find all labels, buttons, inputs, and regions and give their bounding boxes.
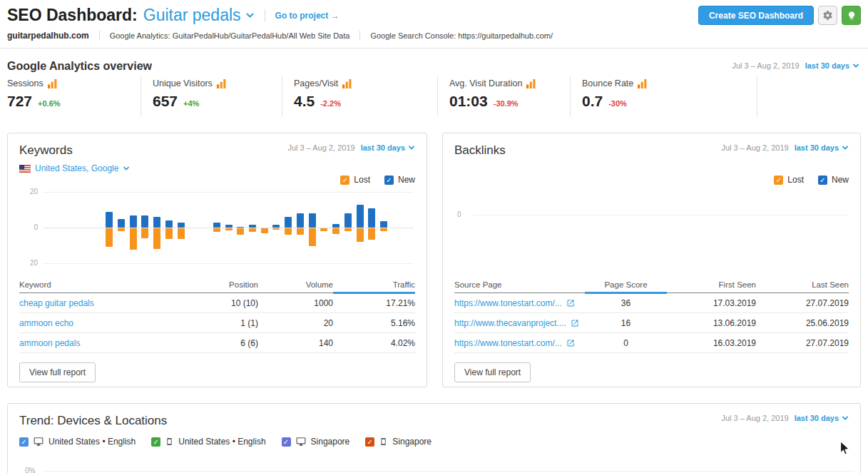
project-name: Guitar pedals <box>143 6 241 25</box>
period-dropdown[interactable]: last 30 days <box>795 143 849 152</box>
period-dropdown[interactable]: last 30 days <box>361 143 415 152</box>
backlink-row: https://www.tonestart.com/... 36 17.03.2… <box>454 293 849 313</box>
y-axis-tick: 20 <box>19 259 38 267</box>
keyword-link[interactable]: ammoon pedals <box>19 338 180 348</box>
page-score-cell: 36 <box>585 298 667 308</box>
metric-label: Bounce Rate <box>582 78 633 88</box>
y-axis-tick: 0% <box>25 467 35 473</box>
metric-value: 727 <box>7 93 32 110</box>
chart-bar-lost <box>380 228 387 231</box>
ga-metrics-row: Sessions 727 +0.6% Unique Visitors 657 +… <box>7 76 861 117</box>
chart-bar-lost <box>249 228 256 232</box>
metric-unique-visitors: Unique Visitors 657 +4% <box>141 76 282 117</box>
backlink-row: http://www.thecavanproject.... 16 13.06.… <box>454 313 849 333</box>
column-header-source-page[interactable]: Source Page <box>454 280 585 289</box>
chart-bar-lost <box>130 228 137 250</box>
keywords-view-full-report-button[interactable]: View full report <box>19 362 96 382</box>
date-range-label: Jul 3 – Aug 2, 2019 <box>721 143 788 152</box>
source-page-link[interactable]: https://www.tonestart.com/... <box>454 338 562 348</box>
chart-bar-lost <box>118 228 125 231</box>
chart-bar-new <box>106 212 113 228</box>
backlinks-table: Source Page Page Score First Seen Last S… <box>454 276 849 353</box>
metric-avg-visit-duration: Avg. Visit Duration 01:03 -30.9% <box>438 76 571 117</box>
external-link-icon[interactable] <box>571 319 579 327</box>
toggle-singapore-mobile[interactable]: ✓ Singapore <box>365 437 432 447</box>
trend-chart-axis: 0% <box>19 467 854 473</box>
column-header-traffic[interactable]: Traffic <box>333 280 415 289</box>
traffic-cell: 5.16% <box>333 318 415 328</box>
volume-cell: 140 <box>258 338 333 348</box>
checkbox-checked-icon: ✓ <box>365 437 374 447</box>
metric-change: -30% <box>608 99 627 108</box>
metric-value: 01:03 <box>449 93 488 110</box>
backlinks-view-full-report-button[interactable]: View full report <box>454 362 531 382</box>
metric-change: -2.2% <box>320 99 341 108</box>
toggle-label: United States • English <box>178 437 265 447</box>
page-header: SEO Dashboard: Guitar pedals Go to proje… <box>7 6 339 25</box>
project-selector[interactable]: Guitar pedals <box>143 6 255 25</box>
keyword-row: cheap guitar pedals 10 (10) 1000 17.21% <box>19 293 415 313</box>
checkbox-checked-icon: ✓ <box>340 176 349 185</box>
chart-bar-lost <box>106 228 113 247</box>
chart-bar-new <box>368 208 375 228</box>
legend-new-toggle[interactable]: ✓ New <box>818 175 849 185</box>
legend-new-toggle[interactable]: ✓ New <box>384 175 415 185</box>
backlinks-panel-title: Backlinks <box>454 143 506 158</box>
google-analytics-icon <box>48 79 57 88</box>
metric-sessions: Sessions 727 +0.6% <box>7 76 141 117</box>
header-divider <box>0 48 868 49</box>
backlinks-bar-chart: 0 <box>454 200 849 270</box>
project-domain: guitarpedalhub.com <box>7 31 89 41</box>
external-link-icon[interactable] <box>566 299 575 307</box>
external-link-icon[interactable] <box>566 339 575 347</box>
source-page-link[interactable]: https://www.tonestart.com/... <box>454 298 562 308</box>
toggle-us-english-mobile[interactable]: ✓ United States • English <box>151 437 265 447</box>
last-seen-cell: 27.07.2019 <box>756 298 849 308</box>
toggle-us-english-desktop[interactable]: ✓ United States • English <box>19 437 136 447</box>
column-header-last-seen[interactable]: Last Seen <box>756 280 849 289</box>
column-header-volume[interactable]: Volume <box>258 280 333 289</box>
mobile-icon <box>379 437 387 447</box>
chart-bar-lost <box>332 228 339 234</box>
first-seen-cell: 16.03.2019 <box>667 338 756 348</box>
keyword-row: ammoon pedals 6 (6) 140 4.02% <box>19 333 415 353</box>
page-score-cell: 16 <box>585 318 667 328</box>
chevron-down-icon <box>123 165 130 172</box>
ideas-button[interactable] <box>842 6 861 25</box>
chart-bar-new <box>213 223 220 228</box>
first-seen-cell: 17.03.2019 <box>667 298 756 308</box>
lightbulb-icon <box>847 11 857 21</box>
column-header-position[interactable]: Position <box>180 280 258 289</box>
mobile-icon <box>165 437 173 447</box>
keywords-bar-chart: 20 0 20 <box>19 188 415 270</box>
toggle-singapore-desktop[interactable]: ✓ Singapore <box>282 437 350 447</box>
keywords-database-selector[interactable]: United States, Google <box>19 163 415 173</box>
checkbox-checked-icon: ✓ <box>282 437 291 447</box>
create-seo-dashboard-button[interactable]: Create SEO Dashboard <box>698 6 814 25</box>
chart-bar-lost <box>320 228 327 231</box>
keyword-link[interactable]: ammoon echo <box>19 318 180 328</box>
chart-bar-new <box>225 225 233 228</box>
period-dropdown[interactable]: last 30 days <box>805 61 859 70</box>
page-title: SEO Dashboard: <box>7 6 138 25</box>
chart-bar-new <box>285 217 292 228</box>
keyword-link[interactable]: cheap guitar pedals <box>19 298 180 308</box>
period-dropdown[interactable]: last 30 days <box>795 414 849 422</box>
traffic-cell: 4.02% <box>333 338 415 348</box>
chart-bar-lost <box>237 228 244 235</box>
traffic-cell: 17.21% <box>333 298 415 308</box>
column-header-first-seen[interactable]: First Seen <box>667 280 756 289</box>
legend-lost-toggle[interactable]: ✓ Lost <box>340 175 370 185</box>
divider <box>99 31 100 41</box>
source-page-link[interactable]: http://www.thecavanproject.... <box>454 318 566 328</box>
go-to-project-link[interactable]: Go to project → <box>275 11 339 21</box>
column-header-keyword[interactable]: Keyword <box>19 280 180 289</box>
desktop-icon <box>296 437 306 447</box>
y-axis-tick: 0 <box>19 223 38 231</box>
chart-bar-lost <box>141 228 148 238</box>
chart-bar-new <box>272 225 280 228</box>
column-header-page-score[interactable]: Page Score <box>585 280 667 289</box>
legend-lost-toggle[interactable]: ✓ Lost <box>774 175 804 185</box>
settings-button[interactable] <box>818 6 837 25</box>
trend-panel: Trend: Devices & Locations Jul 3 – Aug 2… <box>7 403 861 473</box>
